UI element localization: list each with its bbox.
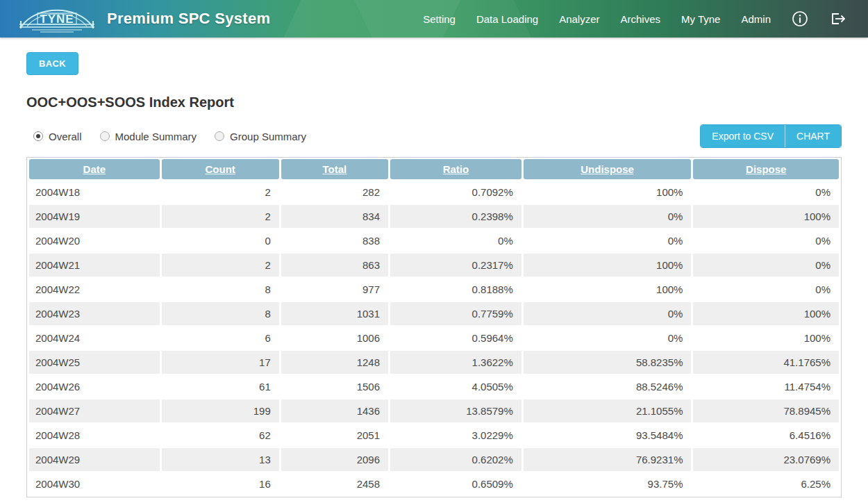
view-options: OverallModule SummaryGroup Summary (26, 131, 306, 142)
value-cell: 2458 (281, 472, 388, 495)
back-button[interactable]: BACK (26, 52, 78, 75)
table-header-row: DateCountTotalRatioUndisposeDispose (29, 159, 839, 179)
value-cell: 2 (162, 254, 279, 277)
date-cell: 2004W21 (29, 254, 160, 277)
table-row: 2004W251712481.3622%58.8235%41.1765% (29, 351, 839, 374)
value-cell: 88.5246% (524, 375, 692, 398)
nav-item-data-loading[interactable]: Data Loading (476, 13, 538, 25)
nav-item-setting[interactable]: Setting (423, 13, 456, 25)
view-option-module-summary[interactable]: Module Summary (100, 131, 197, 142)
value-cell: 100% (693, 327, 839, 349)
column-header-label: Undispose (581, 163, 634, 175)
table-row: 2004W291320960.6202%76.9231%23.0769% (29, 448, 839, 471)
value-cell: 3.0229% (390, 424, 521, 447)
nav-item-my-tyne[interactable]: My Tyne (681, 13, 720, 25)
date-cell: 2004W28 (29, 424, 160, 447)
logout-icon[interactable] (829, 10, 847, 27)
column-header-count[interactable]: Count (162, 159, 279, 179)
table-row: 2004W2008380%0%0% (29, 229, 839, 252)
column-header-dispose[interactable]: Dispose (693, 159, 839, 179)
value-cell: 1006 (281, 327, 388, 349)
radio-unselected-icon[interactable] (215, 131, 224, 141)
value-cell: 78.8945% (693, 399, 839, 422)
value-cell: 6 (162, 327, 279, 349)
main-content: BACK OOC+OOS+SOOS Index Report OverallMo… (0, 38, 868, 497)
value-cell: 0% (693, 229, 839, 252)
value-cell: 100% (524, 181, 692, 204)
table-row: 2004W1928340.2398%0%100% (29, 205, 839, 228)
date-cell: 2004W19 (29, 205, 160, 228)
value-cell: 93.5484% (524, 424, 692, 447)
value-cell: 834 (281, 205, 388, 228)
value-cell: 13.8579% (390, 399, 521, 422)
value-cell: 0 (162, 229, 279, 252)
value-cell: 0.6202% (390, 448, 521, 471)
value-cell: 1248 (281, 351, 388, 374)
value-cell: 100% (693, 302, 839, 325)
radio-selected-icon[interactable] (33, 131, 43, 141)
value-cell: 0.2398% (390, 205, 521, 228)
date-cell: 2004W27 (29, 399, 160, 422)
nav-item-analyzer[interactable]: Analyzer (559, 13, 599, 25)
value-cell: 62 (162, 424, 279, 447)
value-cell: 2051 (281, 424, 388, 447)
date-cell: 2004W20 (29, 229, 160, 252)
table-row: 2004W301624580.6509%93.75%6.25% (29, 472, 839, 495)
column-header-ratio[interactable]: Ratio (390, 159, 521, 179)
value-cell: 2096 (281, 448, 388, 471)
value-cell: 61 (162, 375, 279, 398)
table-row: 2004W23810310.7759%0%100% (29, 302, 839, 325)
value-cell: 0% (390, 229, 521, 252)
radio-unselected-icon[interactable] (100, 131, 110, 141)
value-cell: 17 (162, 351, 279, 374)
value-cell: 21.1055% (524, 399, 692, 422)
value-cell: 863 (281, 254, 388, 277)
date-cell: 2004W23 (29, 302, 160, 325)
date-cell: 2004W30 (29, 472, 160, 495)
date-cell: 2004W25 (29, 351, 160, 374)
column-header-undispose[interactable]: Undispose (524, 159, 692, 179)
column-header-label: Count (206, 163, 235, 175)
export-csv-button[interactable]: Export to CSV (701, 125, 785, 147)
value-cell: 2 (162, 181, 279, 204)
view-option-overall[interactable]: Overall (33, 131, 82, 142)
value-cell: 1.3622% (390, 351, 521, 374)
value-cell: 977 (281, 278, 388, 301)
date-cell: 2004W26 (29, 375, 160, 398)
value-cell: 41.1765% (693, 351, 839, 374)
chart-button[interactable]: CHART (785, 125, 841, 147)
value-cell: 6.4516% (693, 424, 839, 447)
value-cell: 1031 (281, 302, 388, 325)
table-row: 2004W24610060.5964%0%100% (29, 327, 839, 349)
value-cell: 282 (281, 181, 388, 204)
value-cell: 0% (524, 327, 692, 349)
view-option-label: Module Summary (115, 131, 197, 142)
value-cell: 6.25% (693, 472, 839, 495)
value-cell: 0% (524, 229, 692, 252)
info-icon[interactable] (792, 10, 808, 27)
value-cell: 0% (524, 205, 692, 228)
column-header-label: Date (83, 163, 106, 175)
view-option-group-summary[interactable]: Group Summary (215, 131, 306, 142)
column-header-label: Total (323, 163, 347, 175)
column-header-total[interactable]: Total (281, 159, 388, 179)
value-cell: 0% (693, 181, 839, 204)
value-cell: 199 (162, 399, 279, 422)
value-cell: 1506 (281, 375, 388, 398)
value-cell: 100% (524, 254, 692, 277)
table-row: 2004W286220513.0229%93.5484%6.4516% (29, 424, 839, 447)
value-cell: 0.8188% (390, 278, 521, 301)
page-title: OOC+OOS+SOOS Index Report (26, 94, 842, 110)
column-header-label: Dispose (746, 163, 786, 175)
value-cell: 13 (162, 448, 279, 471)
column-header-date[interactable]: Date (29, 159, 160, 179)
report-table-body: 2004W1822820.7092%100%0%2004W1928340.239… (29, 181, 839, 495)
table-row: 2004W27199143613.8579%21.1055%78.8945% (29, 399, 839, 422)
date-cell: 2004W18 (29, 181, 160, 204)
table-row: 2004W1822820.7092%100%0% (29, 181, 839, 204)
value-cell: 0.6509% (390, 472, 521, 495)
nav-item-admin[interactable]: Admin (741, 13, 771, 25)
value-cell: 58.8235% (524, 351, 692, 374)
nav-item-archives[interactable]: Archives (621, 13, 661, 25)
report-table: DateCountTotalRatioUndisposeDispose 2004… (26, 157, 842, 497)
